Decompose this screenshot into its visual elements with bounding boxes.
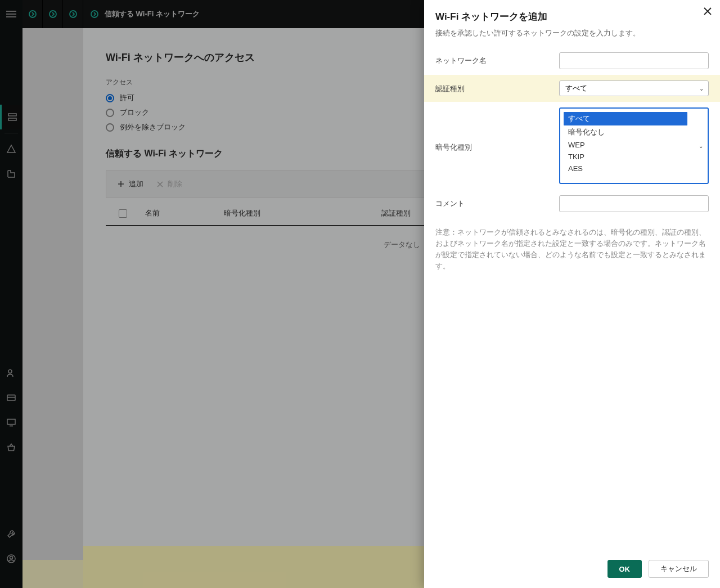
- panel-footer: OK キャンセル: [424, 552, 720, 588]
- label-comment: コメント: [435, 195, 559, 209]
- enc-option[interactable]: AES: [564, 163, 704, 174]
- network-name-input[interactable]: [559, 52, 709, 69]
- auth-type-value: すべて: [565, 83, 587, 93]
- label-auth-type: 認証種別: [435, 80, 559, 94]
- add-wifi-panel: Wi-Fi ネットワークを追加 接続を承認したい許可するネットワークの設定を入力…: [424, 0, 720, 588]
- enc-option[interactable]: 暗号化なし: [564, 125, 704, 139]
- panel-subtitle: 接続を承認したい許可するネットワークの設定を入力します。: [435, 28, 709, 39]
- row-auth-type: 認証種別 すべて ⌄: [424, 75, 720, 102]
- label-network-name: ネットワーク名: [435, 52, 559, 66]
- panel-note: 注意：ネットワークが信頼されるとみなされるのは、暗号化の種別、認証の種別、および…: [435, 218, 709, 272]
- panel-title: Wi-Fi ネットワークを追加: [435, 10, 709, 23]
- comment-input[interactable]: [559, 195, 709, 212]
- row-enc-type: 暗号化種別 すべて 暗号化なし WEP TKIP AES ⌄: [435, 102, 709, 190]
- label-enc-type: 暗号化種別: [435, 139, 559, 152]
- row-comment: コメント: [435, 190, 709, 218]
- ok-button[interactable]: OK: [608, 560, 642, 578]
- auth-type-select[interactable]: すべて ⌄: [559, 80, 709, 96]
- enc-option[interactable]: TKIP: [564, 151, 704, 163]
- enc-option[interactable]: WEP: [564, 139, 704, 151]
- close-button[interactable]: [703, 7, 712, 18]
- close-icon: [703, 7, 712, 16]
- enc-option[interactable]: すべて: [564, 112, 687, 125]
- enc-type-listbox[interactable]: すべて 暗号化なし WEP TKIP AES ⌄: [559, 107, 709, 184]
- row-network-name: ネットワーク名: [435, 47, 709, 75]
- chevron-down-icon: ⌄: [699, 85, 704, 91]
- cancel-button[interactable]: キャンセル: [649, 560, 709, 578]
